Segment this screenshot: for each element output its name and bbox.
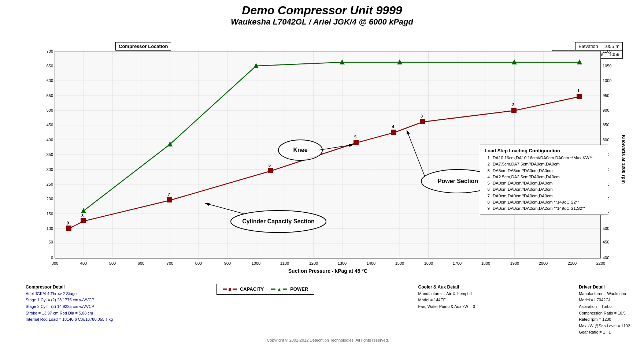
svg-text:1050: 1050 [603, 64, 611, 68]
svg-text:700: 700 [47, 49, 53, 53]
driver-detail-title: Driver Detail [579, 284, 630, 291]
svg-rect-40 [391, 130, 396, 135]
svg-text:500: 500 [603, 226, 609, 231]
cooler-detail: Cooler & Aux Detail Manufacturer = Air-X… [418, 284, 475, 310]
svg-text:500: 500 [109, 261, 116, 265]
svg-text:0: 0 [51, 256, 53, 260]
page-container: Demo Compressor Unit 9999 Waukesha L7042… [0, 0, 644, 346]
compressor-detail-title: Compressor Detail [26, 284, 113, 291]
svg-text:8: 8 [81, 213, 84, 218]
svg-rect-35 [66, 226, 71, 231]
svg-text:1000: 1000 [252, 261, 260, 265]
svg-text:1800: 1800 [481, 261, 490, 265]
svg-text:4: 4 [392, 124, 395, 129]
sub-title: Waukesha L7042GL / Ariel JGK/4 @ 6000 kP… [0, 17, 644, 27]
svg-text:400: 400 [603, 256, 609, 260]
svg-text:450: 450 [47, 123, 53, 127]
svg-text:400: 400 [80, 261, 87, 265]
svg-text:350: 350 [47, 152, 53, 157]
svg-text:600: 600 [138, 261, 144, 265]
svg-text:Knee: Knee [293, 147, 307, 153]
footer-area: Compressor Detail Ariel JGK/4 4 Throw 2 … [26, 284, 630, 342]
svg-text:200: 200 [47, 197, 53, 201]
svg-text:150: 150 [47, 212, 53, 216]
svg-text:450: 450 [603, 240, 609, 244]
svg-text:6: 6 [269, 163, 271, 167]
svg-text:250: 250 [47, 182, 53, 186]
svg-rect-43 [577, 94, 582, 99]
svg-text:2: 2 [512, 103, 514, 107]
capacity-legend-label: CAPACITY [240, 286, 264, 292]
driver-lines: Manufacturer = WaukeshaModel = L7042GLAs… [579, 291, 630, 336]
svg-text:800: 800 [195, 261, 202, 265]
power-legend-item: ▲ POWER [271, 286, 308, 292]
svg-rect-41 [420, 119, 425, 124]
legend: ■ CAPACITY ▲ POWER [216, 284, 314, 295]
load-step-rows: 1DA10.16cm,DA10.16cm//DA0cm,DA0cm **Max … [485, 155, 603, 212]
svg-text:2100: 2100 [568, 261, 577, 265]
svg-rect-39 [354, 140, 359, 145]
svg-text:650: 650 [47, 64, 53, 68]
svg-text:300: 300 [52, 261, 58, 265]
svg-rect-36 [81, 218, 86, 223]
svg-text:900: 900 [224, 261, 231, 265]
load-step-title: Load Step Loading Configuration [485, 148, 603, 153]
svg-text:1400: 1400 [367, 261, 375, 265]
title-area: Demo Compressor Unit 9999 Waukesha L7042… [0, 0, 644, 27]
svg-text:800: 800 [603, 138, 609, 142]
svg-rect-38 [268, 168, 273, 173]
svg-text:550: 550 [47, 93, 53, 98]
svg-text:850: 850 [603, 123, 609, 127]
svg-text:100: 100 [47, 226, 53, 231]
svg-text:1500: 1500 [395, 261, 404, 265]
svg-text:1200: 1200 [309, 261, 318, 265]
svg-text:Suction Pressure - kPag at 45 : Suction Pressure - kPag at 45 °C [288, 268, 367, 274]
svg-text:Cylinder Capacity Section: Cylinder Capacity Section [242, 218, 314, 224]
svg-text:300: 300 [47, 167, 53, 172]
svg-text:3: 3 [421, 114, 423, 118]
svg-text:9: 9 [67, 221, 69, 225]
driver-detail: Driver Detail Manufacturer = WaukeshaMod… [579, 284, 630, 336]
svg-text:400: 400 [47, 138, 53, 142]
svg-text:1700: 1700 [453, 261, 462, 265]
svg-text:950: 950 [603, 93, 609, 98]
svg-text:1300: 1300 [338, 261, 347, 265]
cooler-lines: Manufacturer = Air-X-HemphillModel = 144… [418, 291, 475, 310]
svg-text:1: 1 [577, 89, 580, 93]
capacity-legend-item: ■ CAPACITY [223, 286, 264, 292]
chart-area: Capacity - E3m³/d at 101.326 kPaa & 15.6… [22, 42, 626, 276]
svg-text:600: 600 [47, 78, 53, 83]
power-legend-label: POWER [290, 286, 308, 292]
svg-text:7: 7 [168, 192, 170, 197]
svg-text:1100: 1100 [280, 261, 289, 265]
svg-text:2000: 2000 [539, 261, 548, 265]
svg-text:1600: 1600 [424, 261, 433, 265]
svg-text:1100: 1100 [603, 49, 611, 53]
main-title: Demo Compressor Unit 9999 [0, 4, 644, 17]
svg-text:50: 50 [49, 240, 53, 244]
compressor-detail: Compressor Detail Ariel JGK/4 4 Throw 2 … [26, 284, 113, 323]
svg-rect-42 [511, 108, 517, 113]
svg-text:500: 500 [47, 108, 53, 112]
svg-text:1900: 1900 [510, 261, 519, 265]
svg-text:Power Section: Power Section [438, 178, 478, 184]
svg-text:900: 900 [603, 108, 609, 112]
svg-rect-37 [167, 197, 172, 202]
svg-text:700: 700 [167, 261, 173, 265]
cooler-detail-title: Cooler & Aux Detail [418, 284, 475, 291]
copyright: Copyright © 2001-2012 Detechtion Technol… [26, 338, 630, 342]
svg-text:1000: 1000 [603, 78, 611, 83]
svg-text:5: 5 [354, 135, 356, 139]
svg-text:2200: 2200 [596, 261, 605, 265]
compressor-lines: Ariel JGK/4 4 Throw 2 StageStage 1 Cyl =… [26, 291, 113, 323]
load-step-box: Load Step Loading Configuration 1DA10.16… [480, 145, 608, 215]
